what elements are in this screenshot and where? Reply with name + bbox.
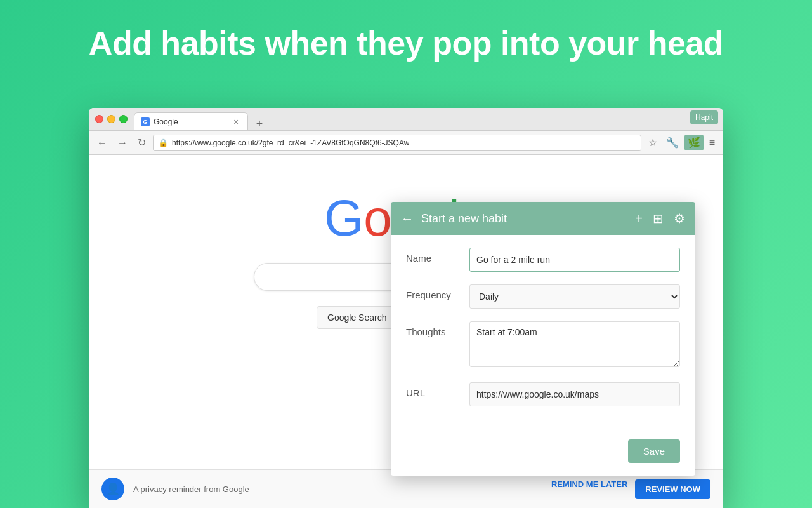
thoughts-label: Thoughts bbox=[406, 321, 469, 337]
popup-header: ← Start a new habit + ⊞ ⚙ bbox=[391, 202, 695, 235]
nav-icons-right: ☆ 🔧 🌿 ≡ bbox=[645, 135, 718, 150]
popup-grid-icon[interactable]: ⊞ bbox=[653, 211, 664, 226]
extensions-button[interactable]: 🔧 bbox=[663, 135, 682, 150]
thoughts-input[interactable]: Start at 7:00am bbox=[469, 321, 680, 367]
popup-footer: Save bbox=[391, 432, 695, 476]
name-input[interactable] bbox=[469, 248, 680, 272]
popup-header-icons: + ⊞ ⚙ bbox=[635, 211, 685, 226]
url-label: URL bbox=[406, 382, 469, 398]
review-now-button[interactable]: REVIEW NOW bbox=[635, 479, 710, 499]
popup-body: Name Frequency Daily Weekly Monthly bbox=[391, 235, 695, 432]
tab-favicon: G bbox=[141, 117, 150, 126]
popup-back-button[interactable]: ← bbox=[401, 211, 414, 226]
frequency-select[interactable]: Daily Weekly Monthly bbox=[469, 284, 680, 309]
name-label: Name bbox=[406, 248, 469, 264]
tab-close-button[interactable]: × bbox=[231, 117, 241, 127]
back-button[interactable]: ← bbox=[94, 135, 110, 151]
traffic-lights bbox=[95, 115, 128, 123]
extension-popup: ← Start a new habit + ⊞ ⚙ Name bbox=[391, 202, 695, 476]
form-row-url: URL bbox=[406, 382, 680, 406]
popup-title: Start a new habit bbox=[421, 212, 627, 225]
address-bar[interactable]: 🔒 https://www.google.co.uk/?gfe_rd=cr&ei… bbox=[153, 135, 641, 151]
frequency-field: Daily Weekly Monthly bbox=[469, 284, 680, 309]
new-tab-button[interactable]: + bbox=[251, 117, 268, 130]
popup-add-icon[interactable]: + bbox=[635, 211, 643, 226]
tab-bar: G Google × + bbox=[134, 108, 268, 130]
menu-button[interactable]: ≡ bbox=[706, 135, 718, 150]
form-row-frequency: Frequency Daily Weekly Monthly bbox=[406, 284, 680, 309]
browser-navbar: ← → ↻ 🔒 https://www.google.co.uk/?gfe_rd… bbox=[89, 131, 723, 155]
google-search-button[interactable]: Google Search bbox=[317, 306, 397, 329]
refresh-button[interactable]: ↻ bbox=[134, 134, 149, 151]
close-traffic-light[interactable] bbox=[95, 115, 103, 123]
form-row-thoughts: Thoughts Start at 7:00am bbox=[406, 321, 680, 370]
url-field bbox=[469, 382, 680, 406]
remind-later-link[interactable]: REMIND ME LATER bbox=[551, 479, 627, 499]
address-text: https://www.google.co.uk/?gfe_rd=cr&ei=-… bbox=[172, 138, 409, 147]
frequency-label: Frequency bbox=[406, 284, 469, 300]
url-input[interactable] bbox=[469, 382, 680, 406]
form-row-name: Name bbox=[406, 248, 680, 272]
logo-o1: o bbox=[363, 190, 392, 246]
minimize-traffic-light[interactable] bbox=[107, 115, 115, 123]
name-field bbox=[469, 248, 680, 272]
logo-g: G bbox=[324, 190, 363, 246]
thoughts-field: Start at 7:00am bbox=[469, 321, 680, 370]
forward-button[interactable]: → bbox=[114, 135, 131, 151]
google-page: Google Google Search I'm Feeling Lucky 👤… bbox=[89, 155, 723, 508]
extension-button[interactable]: Hapit bbox=[690, 110, 718, 124]
bookmark-button[interactable]: ☆ bbox=[645, 135, 660, 150]
browser-tab-google[interactable]: G Google × bbox=[134, 112, 248, 130]
privacy-icon: 👤 bbox=[102, 478, 124, 500]
save-button[interactable]: Save bbox=[628, 439, 680, 463]
tab-title: Google bbox=[154, 117, 178, 126]
browser-titlebar: G Google × + Hapit bbox=[89, 108, 723, 131]
browser-window: G Google × + Hapit ← → ↻ 🔒 https://www.g… bbox=[89, 108, 723, 508]
page-headline: Add habits when they pop into your head bbox=[0, 0, 812, 81]
maximize-traffic-light[interactable] bbox=[119, 115, 128, 123]
privacy-actions: REMIND ME LATER REVIEW NOW bbox=[551, 479, 710, 499]
active-extension-button[interactable]: 🌿 bbox=[684, 135, 704, 150]
privacy-text: A privacy reminder from Google bbox=[133, 485, 249, 494]
popup-settings-icon[interactable]: ⚙ bbox=[674, 211, 685, 226]
lock-icon: 🔒 bbox=[159, 138, 168, 147]
